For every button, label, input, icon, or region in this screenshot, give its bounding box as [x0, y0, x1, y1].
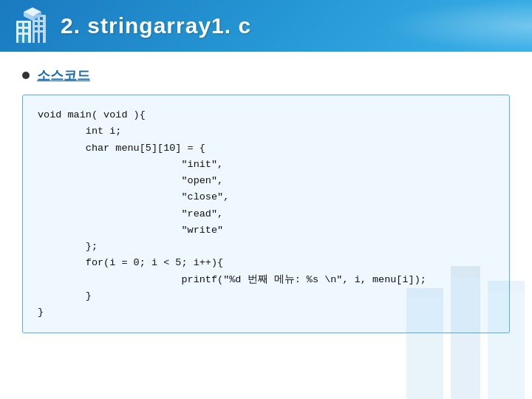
svg-rect-9: [40, 17, 43, 20]
svg-rect-12: [35, 27, 38, 30]
header-title: 2. stringarray1. c: [61, 13, 251, 38]
code-line-10: for(i = 0; i < 5; i++){: [38, 255, 494, 271]
code-line-13: }: [38, 304, 494, 321]
svg-rect-2: [24, 23, 28, 27]
code-line-4: "init",: [38, 157, 494, 173]
code-line-6: "close",: [38, 189, 494, 205]
svg-rect-1: [18, 23, 22, 27]
bullet-point: [22, 72, 30, 79]
svg-rect-4: [24, 29, 28, 33]
building-icon: [12, 6, 52, 46]
section-label: 소스코드: [37, 66, 90, 84]
code-block: void main( void ){ int i; char menu[5][1…: [22, 95, 510, 333]
section-header: 소스코드: [22, 66, 510, 84]
svg-rect-11: [40, 22, 43, 25]
code-line-5: "open",: [38, 173, 494, 189]
code-line-8: "write": [38, 222, 494, 239]
svg-rect-5: [18, 35, 22, 43]
code-line-11: printf("%d 번째 메뉴: %s \n", i, menu[i]);: [38, 272, 494, 288]
code-line-2: int i;: [38, 123, 494, 140]
code-line-1: void main( void ){: [38, 107, 494, 123]
code-line-9: };: [38, 239, 494, 255]
svg-rect-15: [40, 33, 43, 43]
svg-rect-14: [35, 33, 38, 43]
main-content: 소스코드 void main( void ){ int i; char menu…: [0, 52, 532, 348]
code-line-3: char menu[5][10] = {: [38, 140, 494, 157]
svg-rect-13: [40, 27, 43, 30]
header: 2. stringarray1. c: [0, 0, 532, 52]
code-line-7: "read",: [38, 206, 494, 222]
svg-rect-3: [18, 29, 22, 33]
code-line-12: }: [38, 288, 494, 304]
svg-rect-10: [35, 22, 38, 25]
svg-rect-6: [24, 35, 28, 43]
